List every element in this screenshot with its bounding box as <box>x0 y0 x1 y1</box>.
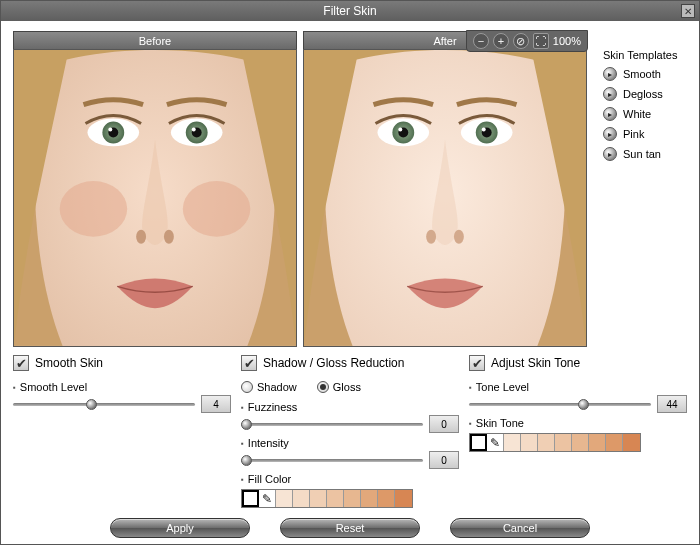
zoom-fit-icon[interactable]: ⛶ <box>533 33 549 49</box>
fuzziness-slider[interactable] <box>241 417 423 431</box>
swatch[interactable] <box>572 434 589 451</box>
svg-point-23 <box>454 230 464 244</box>
reset-button[interactable]: Reset <box>280 518 420 538</box>
swatch[interactable] <box>276 490 293 507</box>
bullet-icon: ▸ <box>603 67 617 81</box>
zoom-in-icon[interactable]: + <box>493 33 509 49</box>
svg-point-10 <box>164 230 174 244</box>
smooth-skin-checkbox[interactable]: ✔ <box>13 355 29 371</box>
swatch[interactable] <box>361 490 378 507</box>
templates-heading: Skin Templates <box>603 49 687 61</box>
smooth-level-label: Smooth Level <box>13 381 231 393</box>
swatch[interactable] <box>555 434 572 451</box>
adjust-tone-title: Adjust Skin Tone <box>491 356 580 370</box>
skin-tone-swatches: ✎ <box>469 433 641 452</box>
bullet-icon: ▸ <box>603 127 617 141</box>
smooth-skin-title: Smooth Skin <box>35 356 103 370</box>
svg-point-8 <box>192 128 196 132</box>
before-label: Before <box>13 31 297 49</box>
template-label: Degloss <box>623 88 663 100</box>
intensity-label: Intensity <box>241 437 459 449</box>
tone-level-value[interactable]: 44 <box>657 395 687 413</box>
template-smooth[interactable]: ▸Smooth <box>603 67 687 81</box>
svg-point-12 <box>183 181 251 237</box>
template-label: Pink <box>623 128 644 140</box>
svg-point-20 <box>398 128 402 132</box>
zoom-out-icon[interactable]: − <box>473 33 489 49</box>
svg-point-7 <box>108 128 112 132</box>
fill-color-swatches: ✎ <box>241 489 413 508</box>
window-title: Filter Skin <box>323 4 376 18</box>
swatch[interactable] <box>589 434 606 451</box>
cancel-button[interactable]: Cancel <box>450 518 590 538</box>
swatch[interactable] <box>623 434 640 451</box>
swatch[interactable] <box>521 434 538 451</box>
color-picker-icon[interactable]: ✎ <box>259 490 276 507</box>
swatch[interactable] <box>395 490 412 507</box>
template-sun-tan[interactable]: ▸Sun tan <box>603 147 687 161</box>
skin-tone-label: Skin Tone <box>469 417 687 429</box>
swatch[interactable] <box>606 434 623 451</box>
swatch[interactable] <box>538 434 555 451</box>
bullet-icon: ▸ <box>603 147 617 161</box>
radio-shadow[interactable]: Shadow <box>241 381 297 393</box>
template-pink[interactable]: ▸Pink <box>603 127 687 141</box>
shadow-gloss-title: Shadow / Gloss Reduction <box>263 356 404 370</box>
swatch[interactable] <box>327 490 344 507</box>
before-image <box>13 49 297 347</box>
svg-point-11 <box>60 181 128 237</box>
after-image <box>303 49 587 347</box>
swatch[interactable] <box>378 490 395 507</box>
template-degloss[interactable]: ▸Degloss <box>603 87 687 101</box>
template-label: Sun tan <box>623 148 661 160</box>
templates-panel: Skin Templates ▸Smooth▸Degloss▸White▸Pin… <box>593 31 687 347</box>
bullet-icon: ▸ <box>603 87 617 101</box>
smooth-level-slider[interactable] <box>13 397 195 411</box>
titlebar: Filter Skin ✕ <box>1 1 699 21</box>
adjust-tone-checkbox[interactable]: ✔ <box>469 355 485 371</box>
template-label: White <box>623 108 651 120</box>
shadow-gloss-checkbox[interactable]: ✔ <box>241 355 257 371</box>
swatch[interactable] <box>293 490 310 507</box>
fill-color-label: Fill Color <box>241 473 459 485</box>
zoom-reset-icon[interactable]: ⊘ <box>513 33 529 49</box>
intensity-value[interactable]: 0 <box>429 451 459 469</box>
template-label: Smooth <box>623 68 661 80</box>
swatch[interactable] <box>344 490 361 507</box>
fuzziness-value[interactable]: 0 <box>429 415 459 433</box>
swatch[interactable] <box>310 490 327 507</box>
template-white[interactable]: ▸White <box>603 107 687 121</box>
radio-gloss[interactable]: Gloss <box>317 381 361 393</box>
color-picker-icon[interactable]: ✎ <box>487 434 504 451</box>
tone-level-label: Tone Level <box>469 381 687 393</box>
intensity-slider[interactable] <box>241 453 423 467</box>
fuzziness-label: Fuzziness <box>241 401 459 413</box>
zoom-level: 100% <box>553 35 581 47</box>
svg-point-9 <box>136 230 146 244</box>
swatch[interactable] <box>242 490 259 507</box>
swatch[interactable] <box>470 434 487 451</box>
apply-button[interactable]: Apply <box>110 518 250 538</box>
close-icon[interactable]: ✕ <box>681 4 695 18</box>
smooth-level-value[interactable]: 4 <box>201 395 231 413</box>
svg-point-22 <box>426 230 436 244</box>
bullet-icon: ▸ <box>603 107 617 121</box>
svg-point-21 <box>482 128 486 132</box>
tone-level-slider[interactable] <box>469 397 651 411</box>
swatch[interactable] <box>504 434 521 451</box>
